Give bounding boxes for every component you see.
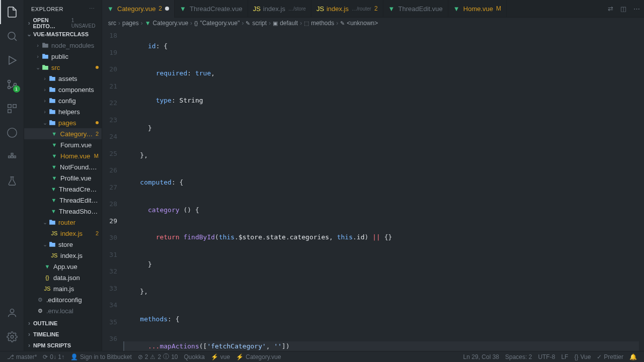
tab-home[interactable]: ▼Home.vueM bbox=[448, 0, 507, 17]
svg-point-4 bbox=[8, 86, 10, 89]
tree-node-modules[interactable]: ›node_modules bbox=[24, 40, 102, 51]
tree-router[interactable]: ⌄router bbox=[24, 217, 102, 228]
status-prettier[interactable]: ✓Prettier bbox=[594, 353, 626, 360]
tree-store[interactable]: ⌄store bbox=[24, 239, 102, 250]
line-gutter: 18192021222324252627282930313233343536 bbox=[102, 29, 124, 351]
tab-more-icon[interactable]: ⋯ bbox=[633, 5, 640, 13]
status-sync[interactable]: ⟳0↓ 1↑ bbox=[40, 353, 67, 360]
tree-store-index[interactable]: JSindex.js bbox=[24, 250, 102, 261]
tab-store-index[interactable]: JSindex.js…/store bbox=[248, 0, 311, 17]
svg-point-9 bbox=[7, 128, 16, 137]
tree-home-vue[interactable]: ▼Home.vueM bbox=[24, 150, 102, 161]
tree-config[interactable]: ›config bbox=[24, 95, 102, 106]
scm-badge: 1 bbox=[13, 85, 20, 93]
tab-bar: ▼Category.vue2 ▼ThreadCreate.vue JSindex… bbox=[102, 0, 644, 18]
tab-threadedit[interactable]: ▼ThreadEdit.vue bbox=[383, 0, 448, 17]
svg-marker-2 bbox=[9, 56, 16, 64]
status-file[interactable]: ⚡Category.vue bbox=[233, 353, 284, 360]
svg-point-15 bbox=[10, 309, 14, 313]
status-signin[interactable]: 👤Sign in to Bitbucket bbox=[67, 353, 135, 360]
section-outline[interactable]: ›OUTLINE bbox=[24, 318, 102, 329]
svg-point-3 bbox=[8, 80, 10, 83]
svg-point-16 bbox=[11, 335, 14, 338]
status-problems[interactable]: ⊘2⚠2ⓘ10 bbox=[135, 352, 181, 361]
status-eol[interactable]: LF bbox=[558, 353, 571, 360]
tree-components[interactable]: ›components bbox=[24, 84, 102, 95]
tree-envlocal[interactable]: ⚙.env.local bbox=[24, 305, 102, 316]
tree-threadshow-vue[interactable]: ▼ThreadShow.vue bbox=[24, 206, 102, 217]
tree-assets[interactable]: ›assets bbox=[24, 73, 102, 84]
svg-line-1 bbox=[14, 39, 16, 41]
svg-rect-13 bbox=[11, 153, 13, 155]
activity-extensions[interactable] bbox=[0, 97, 24, 121]
activity-scm[interactable]: 1 bbox=[0, 72, 24, 97]
tree-editorconfig[interactable]: ⚙.editorconfig bbox=[24, 294, 102, 305]
activity-github[interactable] bbox=[0, 121, 24, 145]
tree-public[interactable]: ›public bbox=[24, 51, 102, 62]
svg-rect-6 bbox=[8, 105, 11, 108]
activity-test[interactable] bbox=[0, 169, 24, 193]
section-timeline[interactable]: ›TIMELINE bbox=[24, 329, 102, 340]
activity-search[interactable] bbox=[0, 24, 24, 48]
tab-router-index[interactable]: JSindex.js…/router2 bbox=[311, 0, 383, 17]
tree-pages[interactable]: ⌄pages bbox=[24, 117, 102, 128]
minimap[interactable] bbox=[639, 29, 644, 351]
sidebar-title: EXPLORER ⋯ bbox=[24, 0, 102, 18]
tree-threadedit-vue[interactable]: ▼ThreadEdit.vue bbox=[24, 195, 102, 206]
svg-rect-11 bbox=[11, 156, 13, 158]
tree-helpers[interactable]: ›helpers bbox=[24, 106, 102, 117]
svg-rect-7 bbox=[13, 105, 16, 108]
breadcrumbs[interactable]: src› pages› ▼Category.vue› {}"Category.v… bbox=[102, 18, 644, 29]
tab-threadcreate[interactable]: ▼ThreadCreate.vue bbox=[175, 0, 248, 17]
statusbar: ⎇master* ⟳0↓ 1↑ 👤Sign in to Bitbucket ⊘2… bbox=[0, 351, 644, 362]
section-npm[interactable]: ›NPM SCRIPTS bbox=[24, 340, 102, 351]
tree-app-vue[interactable]: ▼App.vue bbox=[24, 261, 102, 272]
code-editor[interactable]: id: { required: true, type: String } }, … bbox=[124, 29, 639, 351]
section-project[interactable]: ⌄VUE-MASTERCLASS bbox=[24, 29, 102, 40]
activity-account[interactable] bbox=[0, 301, 24, 325]
activity-run[interactable] bbox=[0, 48, 24, 72]
tree-profile-vue[interactable]: ▼Profile.vue bbox=[24, 172, 102, 184]
compare-changes-icon[interactable]: ⇄ bbox=[608, 5, 613, 13]
tree-forum-vue[interactable]: ▼Forum.vue bbox=[24, 139, 102, 150]
status-branch[interactable]: ⎇master* bbox=[4, 353, 40, 360]
svg-point-0 bbox=[8, 32, 15, 39]
activity-settings[interactable] bbox=[0, 325, 24, 349]
sidebar-more-icon[interactable]: ⋯ bbox=[89, 6, 95, 12]
activity-docker[interactable] bbox=[0, 145, 24, 169]
activity-explorer[interactable] bbox=[0, 0, 24, 24]
tree-notfound-vue[interactable]: ▼NotFound.vue bbox=[24, 161, 102, 172]
tab-category[interactable]: ▼Category.vue2 bbox=[102, 0, 175, 17]
unsaved-dot-icon bbox=[165, 7, 169, 11]
status-lang[interactable]: {}Vue bbox=[571, 353, 594, 360]
status-cursor[interactable]: Ln 29, Col 38 bbox=[460, 353, 502, 360]
svg-rect-12 bbox=[14, 156, 16, 158]
status-spaces[interactable]: Spaces: 2 bbox=[502, 353, 535, 360]
split-editor-icon[interactable]: ◫ bbox=[620, 5, 626, 13]
section-open-editors[interactable]: ›OPEN EDITO…1 UNSAVED bbox=[24, 18, 102, 29]
tree-threadcreate-vue[interactable]: ▼ThreadCreate.… bbox=[24, 184, 102, 195]
svg-rect-10 bbox=[8, 156, 10, 158]
status-vue[interactable]: ⚡vue bbox=[208, 353, 233, 360]
svg-rect-8 bbox=[8, 110, 11, 113]
status-quokka[interactable]: Quokka bbox=[181, 353, 208, 360]
tree-main-js[interactable]: JSmain.js bbox=[24, 283, 102, 294]
tree-category-vue[interactable]: ▼Category.…2 bbox=[24, 128, 102, 139]
status-notifications[interactable]: 🔔 bbox=[626, 353, 640, 360]
tree-data-json[interactable]: {}data.json bbox=[24, 272, 102, 283]
tree-src[interactable]: ⌄src bbox=[24, 62, 102, 73]
status-encoding[interactable]: UTF-8 bbox=[535, 353, 558, 360]
tree-router-index[interactable]: JSindex.js2 bbox=[24, 228, 102, 239]
